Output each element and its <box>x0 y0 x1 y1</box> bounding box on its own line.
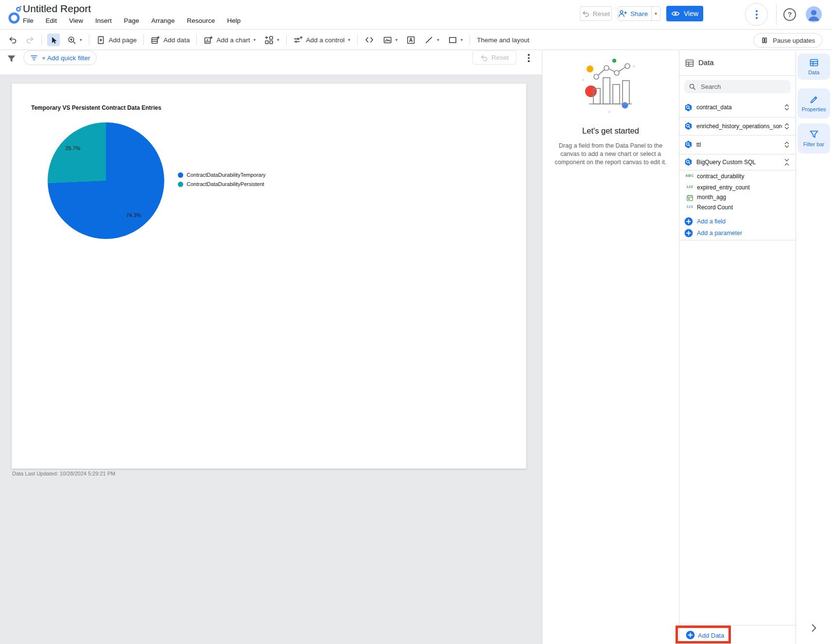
getting-started-heading: Let's get started <box>542 126 679 136</box>
data-tab-icon <box>809 58 819 68</box>
toolbar-divider <box>41 34 42 45</box>
select-tool-button[interactable] <box>47 34 60 46</box>
add-page-button[interactable]: Add page <box>96 35 137 45</box>
toolbar-add-data-button[interactable]: Add data <box>151 35 190 45</box>
toolbar-divider <box>469 34 470 45</box>
chevron-down-icon: ▾ <box>348 37 350 42</box>
question-icon: ? <box>788 11 792 18</box>
zoom-tool-button[interactable]: ▾ <box>67 35 82 45</box>
redo-button[interactable] <box>26 35 35 44</box>
add-chart-button[interactable]: Add a chart ▾ <box>204 35 256 45</box>
looker-studio-logo <box>8 5 22 25</box>
header-more-options-button[interactable] <box>745 3 768 26</box>
menu-view[interactable]: View <box>69 17 83 24</box>
filter-funnel-icon <box>809 130 819 139</box>
data-source-row[interactable]: contract_data <box>679 98 796 117</box>
data-source-row[interactable]: ttl <box>679 135 796 154</box>
unfold-more-icon[interactable] <box>784 103 790 112</box>
pencil-icon <box>809 95 819 104</box>
rail-tab-data[interactable]: Data <box>797 53 830 80</box>
legend-item[interactable]: ContractDataDurabilityPersistent <box>178 181 266 187</box>
data-source-row[interactable]: BigQuery Custom SQL <box>679 154 796 170</box>
plus-circle-icon <box>684 217 693 228</box>
undo-button[interactable] <box>8 35 17 44</box>
app-header: Untitled Report File Edit View Insert Pa… <box>0 0 832 30</box>
number-type-icon: 123 <box>684 185 695 189</box>
field-row[interactable]: month_agg <box>679 193 796 203</box>
share-dropdown-button[interactable]: ▾ <box>651 7 660 20</box>
unfold-less-icon[interactable] <box>784 158 790 167</box>
toolbar-divider <box>286 34 287 45</box>
field-row[interactable]: 123 expired_entry_count <box>679 183 796 193</box>
chart-legend: ContractDataDurabilityTemporary Contract… <box>178 171 266 187</box>
divider <box>679 75 796 76</box>
header-reset-button[interactable]: Reset <box>580 6 612 21</box>
legend-item[interactable]: ContractDataDurabilityTemporary <box>178 171 266 178</box>
menu-help[interactable]: Help <box>227 17 241 24</box>
toolbar-divider <box>89 34 89 45</box>
add-chart-icon <box>204 35 213 45</box>
add-a-parameter-button[interactable]: Add a parameter <box>679 228 796 239</box>
menu-resource[interactable]: Resource <box>187 17 215 24</box>
report-title[interactable]: Untitled Report <box>23 3 91 15</box>
field-row[interactable]: 123 Record Count <box>679 203 796 213</box>
user-avatar[interactable] <box>806 6 822 22</box>
rail-tab-properties[interactable]: Properties <box>797 88 830 119</box>
unfold-more-icon[interactable] <box>784 122 790 131</box>
report-work-area: Temporary VS Persistent Contract Data En… <box>0 74 542 644</box>
chevron-down-icon: ▾ <box>437 37 439 42</box>
undo-icon <box>8 35 17 44</box>
add-data-highlight-annotation <box>676 626 731 644</box>
right-rail: Data Properties Filter bar <box>796 51 832 644</box>
filter-list-icon <box>30 54 38 62</box>
menu-edit[interactable]: Edit <box>46 17 57 24</box>
data-panel-search[interactable] <box>684 80 791 93</box>
rail-tab-filter-bar[interactable]: Filter bar <box>797 123 830 153</box>
share-button[interactable]: Share <box>618 7 648 20</box>
add-data-icon <box>151 35 160 45</box>
report-canvas-page[interactable]: Temporary VS Persistent Contract Data En… <box>12 84 526 469</box>
line-tool-button[interactable]: ▾ <box>424 35 439 45</box>
data-panel-title: Data <box>698 58 714 67</box>
more-vert-icon <box>756 10 758 12</box>
data-panel-icon <box>685 58 694 68</box>
help-button[interactable]: ? <box>783 8 796 21</box>
pie-slice-label-temporary: 74.3% <box>126 212 141 218</box>
eye-icon <box>671 9 680 18</box>
theme-and-layout-button[interactable]: Theme and layout <box>477 36 529 44</box>
metric-number-type-icon: 123 <box>684 204 695 209</box>
community-viz-icon <box>264 35 274 45</box>
filter-bar-more-options-button[interactable] <box>527 53 531 63</box>
toolbar-divider <box>196 34 197 45</box>
menu-arrange[interactable]: Arrange <box>151 17 174 24</box>
search-input[interactable] <box>700 83 782 91</box>
shape-tool-button[interactable]: ▾ <box>448 35 463 45</box>
add-quick-filter-button[interactable]: + Add quick filter <box>23 51 97 65</box>
menu-file[interactable]: File <box>23 17 34 24</box>
data-panel: Data contract_data enriched_history_oper… <box>679 51 796 644</box>
menu-bar: File Edit View Insert Page Arrange Resou… <box>23 17 241 24</box>
pie-chart[interactable]: 25.7% 74.3% <box>48 122 164 239</box>
data-source-row[interactable]: enriched_history_operations_sorob... <box>679 117 796 135</box>
add-a-field-button[interactable]: Add a field <box>679 217 796 227</box>
field-row[interactable]: ABC contract_durability <box>679 172 796 182</box>
collapse-panel-chevron-icon[interactable] <box>811 624 817 632</box>
menu-page[interactable]: Page <box>124 17 139 24</box>
menu-insert[interactable]: Insert <box>95 17 112 24</box>
community-visualizations-button[interactable]: ▾ <box>264 35 279 45</box>
pie-slice-label-persistent: 25.7% <box>65 145 80 151</box>
unfold-more-icon[interactable] <box>784 140 790 149</box>
view-button[interactable]: View <box>666 6 703 21</box>
chart-title: Temporary VS Persistent Contract Data En… <box>31 104 161 111</box>
add-control-button[interactable]: Add a control ▾ <box>294 35 350 45</box>
filter-reset-button[interactable]: Reset <box>472 51 517 65</box>
search-icon <box>689 83 696 90</box>
pause-updates-button[interactable]: Pause updates <box>753 33 822 48</box>
add-page-icon <box>96 35 105 45</box>
embed-url-button[interactable] <box>364 35 374 45</box>
header-divider <box>776 4 777 25</box>
text-box-button[interactable] <box>406 35 416 45</box>
cursor-icon <box>50 36 58 44</box>
more-vert-icon <box>528 54 530 56</box>
image-button[interactable]: ▾ <box>383 35 398 45</box>
